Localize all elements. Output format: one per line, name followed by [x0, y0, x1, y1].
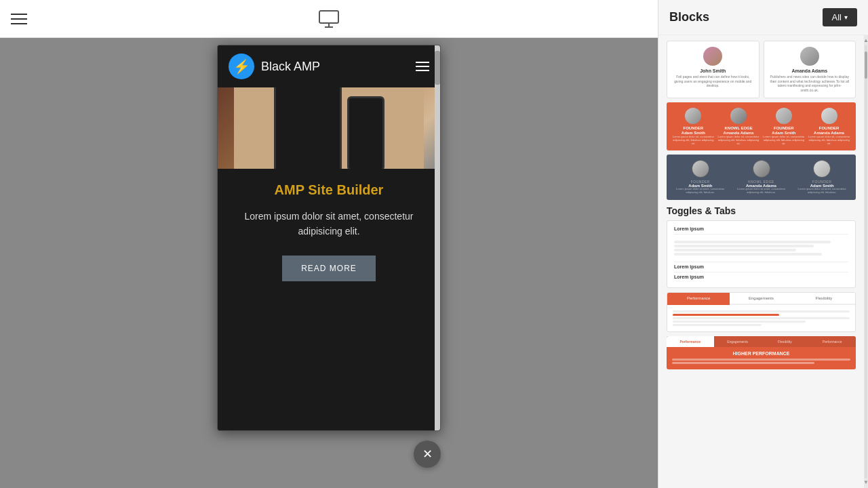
tab-performance[interactable]: Performance	[667, 293, 730, 305]
toggle-divider-3	[674, 272, 848, 272]
tabs-content	[667, 305, 855, 331]
team-4col-desc-3: Lorem ipsum dolor sit, consectetur adipi…	[763, 136, 806, 145]
avatar-3col-2	[753, 160, 770, 178]
avatar-3col-1	[692, 160, 709, 178]
team-4col-item-1: FOUNDER Adam Smith Lorem ipsum dolor sit…	[672, 108, 715, 145]
scrollbar-thumb	[435, 51, 440, 85]
avatar-4col-4	[821, 108, 837, 124]
toggles-tabs-section-label: Toggles & Tabs	[667, 205, 856, 216]
tabs-line-1	[673, 310, 850, 312]
tab2-flexibility[interactable]: Flexibility	[762, 336, 809, 347]
avatar-4col-2	[730, 108, 747, 124]
phone-device-icon	[347, 96, 384, 169]
team-3col-desc-3: Lorem ipsum dolor sit amet, consectetur …	[793, 188, 850, 195]
lightning-icon: ⚡	[229, 54, 254, 79]
avatar-2	[800, 47, 819, 66]
tabs2-header: Performance Engagements Flexibility Perf…	[667, 336, 856, 347]
tabs2-line-1	[672, 359, 850, 361]
team-4col-label-4: FOUNDER	[808, 126, 850, 130]
team-3col-item-1: FOUNDER Adam Smith Lorem ipsum dolor sit…	[672, 160, 729, 195]
toggle-content-line-1	[674, 241, 831, 243]
preview-area: ⚡ Black AMP AMP Site Builde	[0, 38, 658, 488]
team-block-3col-dark[interactable]: FOUNDER Adam Smith Lorem ipsum dolor sit…	[667, 155, 856, 200]
team-block-2col: John Smith Feli pages and etext that can…	[667, 41, 856, 98]
team-4col-item-3: FOUNDER Adam Smith Lorem ipsum dolor sit…	[763, 108, 806, 145]
toggle-divider-2	[674, 262, 848, 262]
phone-frame: ⚡ Black AMP AMP Site Builde	[217, 45, 441, 431]
chevron-down-icon: ▾	[844, 14, 848, 21]
phone-scrollbar[interactable]	[435, 45, 440, 430]
monitor-icon[interactable]	[318, 9, 340, 28]
scrollbar-track	[865, 45, 867, 479]
tabs-line-4	[673, 321, 806, 323]
phone-heading: AMP Site Builder	[231, 182, 427, 198]
tabs-line-3	[673, 317, 850, 319]
phone-navbar: ⚡ Black AMP	[218, 45, 440, 87]
tabs-line-2	[673, 314, 779, 316]
blocks-panel-scrollbar[interactable]: ▲ ▼	[864, 35, 868, 488]
team-desc-2: Publishers and news sites can decide how…	[770, 75, 850, 92]
team-block-4col-orange[interactable]: FOUNDER Adam Smith Lorem ipsum dolor sit…	[667, 102, 856, 150]
avatar-4col-3	[776, 108, 792, 124]
toggle-content-line-2	[674, 245, 814, 247]
toggle-block-1[interactable]: Lorem ipsum Lorem ipsum Lorem ipsum	[667, 220, 856, 288]
tab2-engagements[interactable]: Engagements	[714, 336, 762, 347]
team-4col-desc-1: Lorem ipsum dolor sit, consectetur adipi…	[672, 136, 715, 145]
tabs-block-2[interactable]: Performance Engagements Flexibility	[667, 292, 856, 332]
phone-hamburger-icon[interactable]	[416, 62, 429, 71]
phone-content: AMP Site Builder Lorem ipsum dolor sit a…	[218, 169, 440, 295]
phone-logo: ⚡ Black AMP	[229, 54, 320, 79]
tabs2-content: HIGHER PERFORMANCE	[667, 347, 856, 369]
close-icon: ✕	[422, 448, 433, 460]
blocks-panel: Blocks All ▾ John Smith Feli pages and e…	[658, 0, 868, 488]
toggle-item-3: Lorem ipsum	[674, 274, 848, 279]
blocks-title: Blocks	[669, 10, 709, 24]
tab-flexibility[interactable]: Flexibility	[793, 293, 855, 305]
phone-body-text: Lorem ipsum dolor sit amet, consectetur …	[231, 209, 427, 239]
toggle-content-line-4	[674, 253, 822, 256]
team-4col-label-3: FOUNDER	[763, 126, 806, 130]
blocks-content[interactable]: John Smith Feli pages and etext that can…	[658, 35, 864, 488]
team-4col-desc-4: Lorem ipsum dolor sit, consectetur adipi…	[808, 136, 850, 145]
team-4col-label-1: FOUNDER	[672, 126, 715, 130]
toggle-item-2: Lorem ipsum	[674, 264, 848, 269]
avatar-1	[703, 47, 722, 66]
avatar-4col-1	[685, 108, 701, 124]
scrollbar-thumb	[865, 52, 867, 79]
team-card-1[interactable]: John Smith Feli pages and etext that can…	[667, 41, 760, 98]
team-4col-item-2: KNOWL EDGE Amanda Adams Lorem ipsum dolo…	[717, 108, 760, 145]
tabs2-line-2	[672, 362, 814, 364]
toggle-item-1: Lorem ipsum	[674, 226, 848, 231]
team-card-2[interactable]: Amanda Adams Publishers and news sites c…	[764, 41, 856, 98]
menu-icon[interactable]	[11, 14, 27, 24]
team-3col-item-3: FOUNDER Adam Smith Lorem ipsum dolor sit…	[793, 160, 850, 195]
tabs-block-3[interactable]: Performance Engagements Flexibility Perf…	[667, 336, 856, 369]
phone-brand-name: Black AMP	[261, 60, 320, 74]
toggle-divider-1	[674, 234, 848, 235]
scroll-down-arrow[interactable]: ▼	[863, 480, 868, 485]
tabs-line-5	[673, 324, 762, 326]
toggle-content-line-3	[674, 249, 796, 251]
team-desc-1: Feli pages and etext that can define how…	[673, 75, 753, 88]
avatar-3col-3	[813, 160, 831, 178]
close-button[interactable]: ✕	[414, 441, 441, 468]
read-more-button[interactable]: READ MORE	[282, 256, 376, 281]
team-4col-item-4: FOUNDER Amanda Adams Lorem ipsum dolor s…	[808, 108, 850, 145]
team-3col-desc-2: Lorem ipsum dolor sit amet, consectetur …	[733, 188, 790, 195]
team-3col-desc-1: Lorem ipsum dolor sit amet, consectetur …	[672, 188, 729, 195]
svg-rect-0	[319, 11, 338, 23]
scroll-up-arrow[interactable]: ▲	[863, 38, 868, 43]
phone-hero-image	[218, 87, 440, 169]
blocks-header: Blocks All ▾	[658, 0, 868, 35]
tablet-icon	[274, 87, 342, 169]
team-4col-desc-2: Lorem ipsum dolor sit, consectetur adipi…	[717, 136, 760, 145]
team-4col-label-2: KNOWL EDGE	[717, 126, 760, 130]
tab2-performance2[interactable]: Performance	[808, 336, 856, 347]
tabs2-title: HIGHER PERFORMANCE	[672, 351, 850, 356]
team-3col-item-2: KNOWL EDGE Amanda Adams Lorem ipsum dolo…	[733, 160, 790, 195]
team-name-2: Amanda Adams	[770, 68, 850, 73]
tab-engagements[interactable]: Engagements	[730, 293, 792, 305]
all-filter-button[interactable]: All ▾	[823, 8, 857, 26]
tab2-performance[interactable]: Performance	[667, 336, 714, 347]
device-mockup	[234, 87, 424, 169]
